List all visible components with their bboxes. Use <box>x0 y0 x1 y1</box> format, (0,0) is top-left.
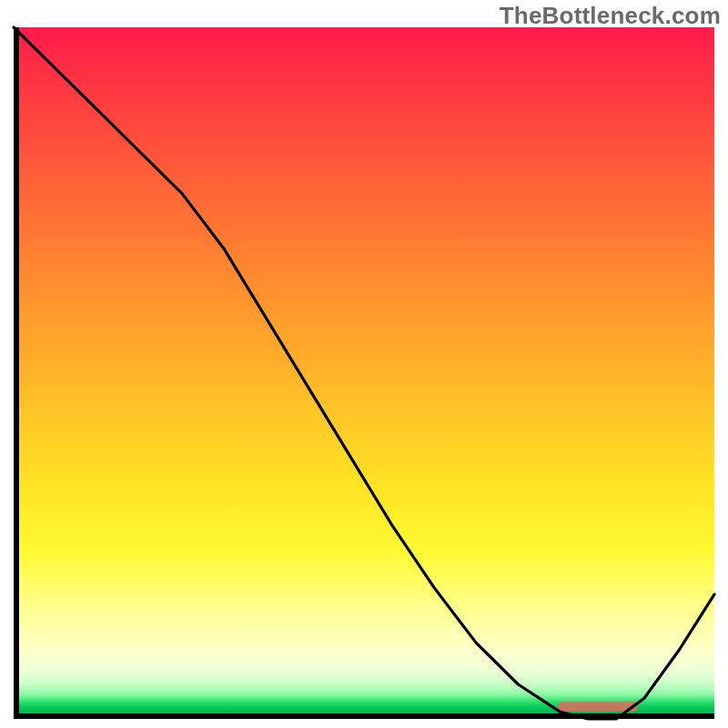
x-axis-line <box>14 713 714 719</box>
bottleneck-curve <box>14 27 714 719</box>
y-axis-line <box>14 27 19 719</box>
watermark-text: TheBottleneck.com <box>500 2 721 30</box>
chart-stage: TheBottleneck.com <box>0 0 728 728</box>
plot-wrap <box>14 27 714 719</box>
